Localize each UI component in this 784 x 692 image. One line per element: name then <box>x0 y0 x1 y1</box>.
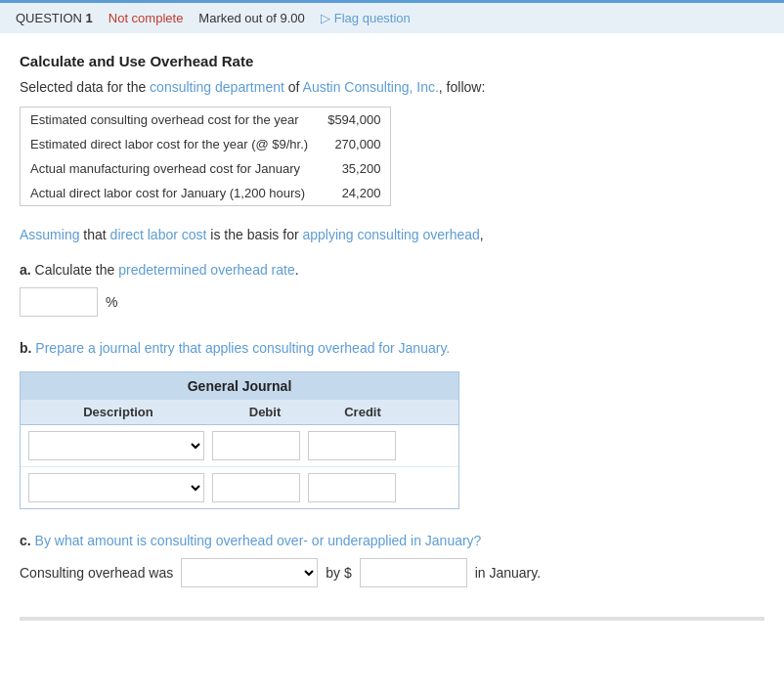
question-title: Calculate and Use Overhead Rate <box>20 53 764 69</box>
not-complete-status: Not complete <box>109 11 184 25</box>
journal-description-select-2[interactable]: Work in Process Manufacturing Overhead W… <box>28 473 204 502</box>
question-intro: Selected data for the consulting departm… <box>20 79 764 95</box>
percent-sign: % <box>106 294 117 310</box>
flag-icon: ▷ <box>321 11 330 25</box>
journal-row-2: Work in Process Manufacturing Overhead W… <box>21 467 458 508</box>
part-c-label: c. By what amount is consulting overhead… <box>20 533 764 548</box>
question-label: QUESTION 1 <box>16 11 93 25</box>
data-row-label: Actual direct labor cost for January (1,… <box>21 181 318 205</box>
journal-row-1: Work in Process Manufacturing Overhead W… <box>21 425 458 467</box>
journal-description-select-1[interactable]: Work in Process Manufacturing Overhead W… <box>28 431 204 460</box>
overhead-rate-input[interactable] <box>20 287 98 317</box>
top-bar: QUESTION 1 Not complete Marked out of 9.… <box>0 0 784 33</box>
col-header-debit: Debit <box>216 405 314 419</box>
by-dollar-text: by $ <box>326 565 351 581</box>
question-number: 1 <box>86 11 93 25</box>
bottom-divider <box>20 617 764 621</box>
journal-credit-input-1[interactable] <box>308 431 396 460</box>
general-journal: General Journal Description Debit Credit… <box>20 371 459 509</box>
in-january-text: in January. <box>475 565 541 581</box>
assumption-text: Assuming that direct labor cost is the b… <box>20 227 764 242</box>
col-header-description: Description <box>21 405 216 419</box>
part-a-label: a. Calculate the predetermined overhead … <box>20 262 764 278</box>
journal-header: General Journal <box>21 372 458 400</box>
data-row-value: $594,000 <box>318 108 390 132</box>
data-row-value: 270,000 <box>318 132 390 156</box>
marked-out-label: Marked out of 9.00 <box>198 11 304 25</box>
overhead-applied-select[interactable]: overapplied underapplied <box>181 558 318 587</box>
data-row-value: 24,200 <box>318 181 390 205</box>
data-row-label: Actual manufacturing overhead cost for J… <box>21 156 318 181</box>
flag-question-link[interactable]: ▷ Flag question <box>321 11 411 25</box>
journal-credit-input-2[interactable] <box>308 473 396 502</box>
data-row-label: Estimated direct labor cost for the year… <box>21 132 318 156</box>
overhead-amount-input[interactable] <box>360 558 467 587</box>
data-row-label: Estimated consulting overhead cost for t… <box>21 108 318 132</box>
data-row-value: 35,200 <box>318 156 390 181</box>
part-b-label: b. Prepare a journal entry that applies … <box>20 340 764 356</box>
col-header-credit: Credit <box>314 405 412 419</box>
journal-debit-input-1[interactable] <box>212 431 300 460</box>
journal-debit-input-2[interactable] <box>212 473 300 502</box>
part-c-prefix: Consulting overhead was <box>20 565 173 581</box>
data-table: Estimated consulting overhead cost for t… <box>20 107 391 206</box>
